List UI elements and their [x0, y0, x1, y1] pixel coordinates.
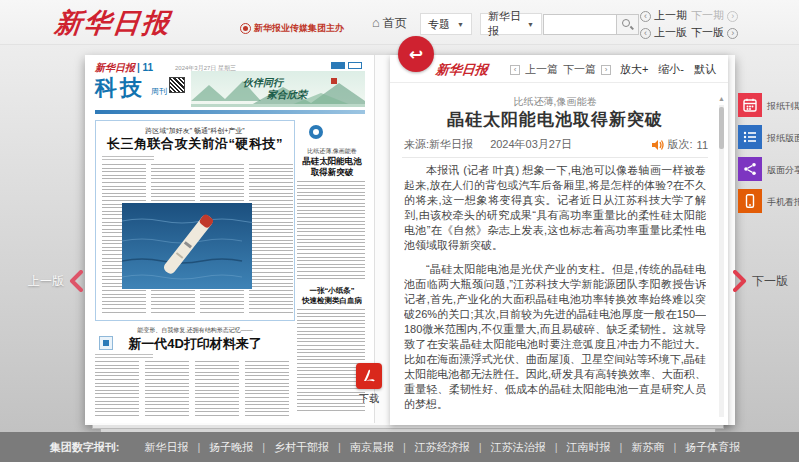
- chevron-left-icon: [69, 270, 83, 292]
- paragraph: “晶硅太阳能电池是光伏产业的支柱。但是,传统的晶硅电池面临两大瓶颈问题,”江苏科…: [404, 262, 706, 412]
- page-number: 11: [697, 139, 708, 151]
- text-lines: [95, 361, 139, 417]
- byline-lines: [102, 156, 154, 160]
- lead-article-frame: 跨区域“加好友” 畅通“科创+产业” 长三角联合攻关前沿“硬科技”: [95, 120, 295, 321]
- text-lines: [245, 361, 289, 417]
- scrollbar-track[interactable]: [719, 105, 724, 417]
- top-header: 新华日报 新华报业传媒集团主办 ⌂首页 专题 ▼ 新华日报 ▼ ‹ 上一期 下一…: [0, 0, 799, 45]
- circle-right-icon: ›: [727, 28, 738, 39]
- back-button[interactable]: ↩: [398, 36, 434, 72]
- thumb-page-number: | 11: [137, 62, 153, 73]
- toolbar-paper-issues[interactable]: 报纸刊期: [738, 93, 798, 117]
- footer-paper-link[interactable]: 扬子体育报: [676, 440, 749, 455]
- footer-paper-link[interactable]: 江苏法治报: [482, 440, 555, 455]
- search-bar: [543, 14, 639, 35]
- banner-artwork: 伙伴同行 家合欣荣: [191, 71, 365, 107]
- phone-icon: [738, 189, 762, 213]
- nav-home[interactable]: ⌂首页: [372, 15, 407, 32]
- zoom-in-button[interactable]: 放大+: [620, 62, 648, 77]
- bottom-article-kicker: 能变形、自我修复,还拥有结构形态记忆——: [95, 326, 295, 335]
- paper-dropdown[interactable]: 新华日报 ▼: [480, 13, 542, 35]
- article-date: 2024年03月27日: [490, 138, 572, 150]
- article-meta: 来源:新华日报 2024年03月27日 版次: 11: [404, 137, 708, 153]
- mid-article-headline-1[interactable]: 一张“小纸条”: [297, 286, 367, 296]
- text-lines: [195, 361, 239, 417]
- site-logo: 新华日报: [53, 5, 173, 41]
- chevron-down-icon: ▼: [527, 21, 534, 28]
- pdf-download[interactable]: 下载: [346, 363, 392, 406]
- sponsor-text: 新华报业传媒集团主办: [254, 22, 344, 35]
- back-arrow-icon: ↩: [409, 44, 423, 65]
- prev-article-icon[interactable]: ‹: [510, 65, 520, 75]
- zoom-out-button[interactable]: 缩小-: [658, 62, 684, 77]
- source-label: 来源:: [404, 138, 429, 150]
- next-page-link[interactable]: 下一版 ›: [691, 25, 738, 40]
- footer-paper-link[interactable]: 江南时报: [558, 440, 620, 455]
- main-stage: 新华日报| 11 2024年3月27日 星期三 科技 周刊 伙伴同行 家合欣荣 …: [0, 45, 799, 432]
- footer-paper-link[interactable]: 新华日报: [135, 440, 197, 455]
- circle-left-icon: ‹: [640, 11, 651, 22]
- article-body: 本报讯 (记者 叶真) 想象一下,电池可以像卷轴画一样被卷起来,放在人们的背包或…: [404, 163, 706, 421]
- footer-bar: 集团数字报刊: 新华日报| 扬子晚报| 乡村干部报| 南京晨报| 江苏经济报| …: [0, 432, 799, 462]
- prev-page-nav[interactable]: 上一版: [28, 270, 83, 292]
- home-icon: ⌂: [372, 15, 380, 30]
- search-button[interactable]: [617, 14, 639, 35]
- toolbar-mobile-reading[interactable]: 手机看报: [738, 189, 798, 213]
- prev-page-link[interactable]: ‹ 上一版: [640, 25, 687, 40]
- footer-paper-link[interactable]: 江苏经济报: [406, 440, 479, 455]
- chevron-down-icon: ▼: [457, 21, 464, 28]
- topics-dropdown[interactable]: 专题 ▼: [420, 13, 472, 35]
- footer-paper-link[interactable]: 南京晨报: [341, 440, 403, 455]
- article-title: 晶硅太阳能电池取得新突破: [402, 108, 708, 131]
- sponsor-seal-icon: [240, 23, 251, 34]
- reader-logo: 新华日报: [435, 61, 489, 79]
- sea-buoy-illustration: [122, 203, 252, 289]
- next-page-nav[interactable]: 下一版: [733, 270, 788, 292]
- article-kicker: 比纸还薄,像画能卷: [410, 95, 700, 109]
- side-article-headline-2[interactable]: 取得新突破: [297, 167, 367, 179]
- zoom-reset-button[interactable]: 默认: [694, 62, 716, 77]
- qr-code: [169, 77, 185, 93]
- newspaper-page-thumbnail[interactable]: 新华日报| 11 2024年3月27日 星期三 科技 周刊 伙伴同行 家合欣荣 …: [85, 55, 375, 423]
- scroll-up-icon[interactable]: ▲: [718, 95, 725, 102]
- section-title: 科技: [95, 73, 145, 103]
- issue-page-pager: ‹ 上一期 下一期 › ‹ 上一版 下一版 ›: [640, 8, 738, 42]
- text-lines: [297, 181, 365, 279]
- red-seal-icon: [331, 78, 337, 84]
- section-rule: [95, 110, 365, 114]
- sea-buoy-photo: [122, 203, 252, 289]
- prev-article-link[interactable]: 上一篇: [525, 62, 558, 77]
- footer-label: 集团数字报刊:: [50, 440, 120, 455]
- toolbar-paper-pages[interactable]: 报纸版面: [738, 125, 798, 149]
- mid-article-headline-2[interactable]: 快速检测类白血病: [297, 296, 367, 306]
- circle-left-icon: ‹: [640, 28, 651, 39]
- lead-article-headline[interactable]: 长三角联合攻关前沿“硬科技”: [96, 135, 294, 153]
- calendar-icon: [738, 93, 762, 117]
- text-lines: [145, 361, 189, 417]
- scrollbar-thumb[interactable]: [719, 107, 724, 149]
- banner-calligraphy-2: 家合欣荣: [267, 88, 307, 102]
- source-value: 新华日报: [429, 138, 473, 150]
- search-input[interactable]: [543, 14, 617, 35]
- footer-paper-link[interactable]: 乡村干部报: [265, 440, 338, 455]
- speaker-icon[interactable]: [651, 139, 664, 151]
- toolbar-share-page[interactable]: 版面分享: [738, 157, 798, 181]
- next-issue-link[interactable]: 下一期 ›: [691, 8, 738, 23]
- text-lines: [249, 164, 293, 315]
- footer-paper-link[interactable]: 扬子晚报: [200, 440, 262, 455]
- next-article-icon[interactable]: ›: [601, 65, 611, 75]
- article-reader-panel: ↩ 新华日报 ‹ 上一篇 下一篇 › 放大+ 缩小- 默认 比纸还薄,像画能卷 …: [390, 55, 728, 425]
- next-article-link[interactable]: 下一篇: [563, 62, 596, 77]
- page-label: 版次:: [668, 137, 693, 152]
- footer-paper-link[interactable]: 新苏商: [622, 440, 673, 455]
- bottom-article-headline[interactable]: 新一代4D打印材料来了: [95, 335, 295, 353]
- list-icon: [738, 125, 762, 149]
- reader-toolbar: 新华日报 ‹ 上一篇 下一篇 › 放大+ 缩小- 默认: [390, 55, 728, 83]
- share-icon: [738, 157, 762, 181]
- masthead-chip: [348, 62, 362, 69]
- prev-issue-link[interactable]: ‹ 上一期: [640, 8, 687, 23]
- column-badge-icon: [309, 125, 323, 139]
- chevron-right-icon: [733, 270, 747, 292]
- paragraph: 本报讯 (记者 叶真) 想象一下,电池可以像卷轴画一样被卷起来,放在人们的背包或…: [404, 163, 706, 253]
- byline-lines: [95, 354, 153, 358]
